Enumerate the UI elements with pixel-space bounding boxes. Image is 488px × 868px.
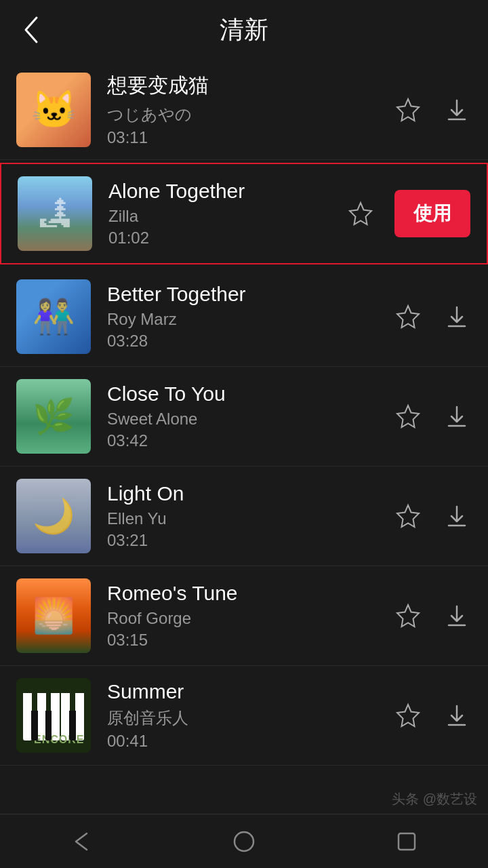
- use-button-2[interactable]: 使用: [394, 190, 470, 237]
- song-actions-4: [393, 401, 472, 431]
- song-title-5: Light On: [107, 482, 382, 505]
- bottom-nav: [0, 814, 488, 868]
- nav-home-button[interactable]: [217, 814, 271, 869]
- song-artist-5: Ellen Yu: [107, 509, 382, 528]
- favorite-button-4[interactable]: [393, 401, 423, 431]
- song-actions-7: [393, 701, 472, 730]
- song-title-3: Better Together: [107, 283, 382, 306]
- back-button[interactable]: [22, 15, 41, 45]
- favorite-button-1[interactable]: [393, 95, 423, 125]
- song-artist-1: つじあやの: [107, 104, 382, 125]
- download-button-1[interactable]: [442, 95, 472, 125]
- svg-rect-1: [399, 833, 415, 850]
- song-thumb-7: ENCORE: [16, 678, 91, 753]
- favorite-button-6[interactable]: [393, 601, 423, 631]
- song-item-3[interactable]: 👫 Better Together Roy Marz 03:28: [0, 267, 488, 367]
- song-actions-2: 使用: [346, 190, 470, 237]
- download-button-6[interactable]: [442, 601, 472, 631]
- favorite-button-2[interactable]: [346, 199, 375, 229]
- nav-recent-button[interactable]: [380, 814, 434, 869]
- song-list-container: 🐱 想要变成猫 つじあやの 03:11: [0, 60, 488, 820]
- song-artist-3: Roy Marz: [107, 310, 382, 329]
- song-duration-6: 03:15: [107, 631, 382, 650]
- song-duration-3: 03:28: [107, 332, 382, 351]
- song-info-1: 想要变成猫 つじあやの 03:11: [107, 72, 382, 147]
- song-item-6[interactable]: 🌅 Romeo's Tune Roof Gorge 03:15: [0, 566, 488, 666]
- download-button-4[interactable]: [442, 401, 472, 431]
- song-actions-6: [393, 601, 472, 631]
- song-actions-1: [393, 95, 472, 125]
- song-title-2: Alone Together: [108, 180, 335, 203]
- song-thumb-4: 🌿: [16, 379, 91, 454]
- song-artist-4: Sweet Alone: [107, 410, 382, 429]
- song-info-5: Light On Ellen Yu 03:21: [107, 482, 382, 550]
- song-info-7: Summer 原创音乐人 00:41: [107, 680, 382, 751]
- song-title-7: Summer: [107, 680, 382, 703]
- song-item-1[interactable]: 🐱 想要变成猫 つじあやの 03:11: [0, 60, 488, 160]
- song-actions-5: [393, 501, 472, 531]
- song-thumb-5: 🌙: [16, 479, 91, 553]
- favorite-button-3[interactable]: [393, 302, 423, 332]
- song-item-7[interactable]: ENCORE Summer 原创音乐人 00:41: [0, 666, 488, 766]
- song-thumb-2: 🏞: [18, 176, 92, 251]
- song-duration-2: 01:02: [108, 229, 335, 248]
- song-title-1: 想要变成猫: [107, 72, 382, 100]
- song-duration-5: 03:21: [107, 531, 382, 550]
- song-title-6: Romeo's Tune: [107, 582, 382, 605]
- song-thumb-3: 👫: [16, 279, 91, 354]
- song-duration-4: 03:42: [107, 431, 382, 450]
- song-duration-7: 00:41: [107, 732, 382, 751]
- song-thumb-1: 🐱: [16, 73, 91, 147]
- song-info-3: Better Together Roy Marz 03:28: [107, 283, 382, 351]
- song-info-6: Romeo's Tune Roof Gorge 03:15: [107, 582, 382, 650]
- download-button-3[interactable]: [442, 302, 472, 332]
- favorite-button-5[interactable]: [393, 501, 423, 531]
- song-title-4: Close To You: [107, 382, 382, 406]
- favorite-button-7[interactable]: [393, 701, 423, 730]
- song-list: 🐱 想要变成猫 つじあやの 03:11: [0, 60, 488, 766]
- song-duration-1: 03:11: [107, 128, 382, 147]
- header: 清新: [0, 0, 488, 60]
- svg-point-0: [235, 832, 253, 851]
- song-artist-2: Zilla: [108, 207, 335, 226]
- song-info-4: Close To You Sweet Alone 03:42: [107, 382, 382, 450]
- song-item-4[interactable]: 🌿 Close To You Sweet Alone 03:42: [0, 367, 488, 467]
- nav-back-button[interactable]: [54, 814, 108, 869]
- song-item-2[interactable]: 🏞 Alone Together Zilla 01:02 使用: [0, 163, 488, 264]
- song-artist-6: Roof Gorge: [107, 609, 382, 628]
- watermark: 头条 @数艺设: [392, 790, 477, 808]
- song-info-2: Alone Together Zilla 01:02: [108, 180, 335, 248]
- song-artist-7: 原创音乐人: [107, 707, 382, 729]
- song-actions-3: [393, 302, 472, 332]
- song-thumb-6: 🌅: [16, 578, 91, 653]
- download-button-5[interactable]: [442, 501, 472, 531]
- song-item-5[interactable]: 🌙 Light On Ellen Yu 03:21: [0, 467, 488, 566]
- page-title: 清新: [220, 14, 268, 47]
- download-button-7[interactable]: [442, 701, 472, 730]
